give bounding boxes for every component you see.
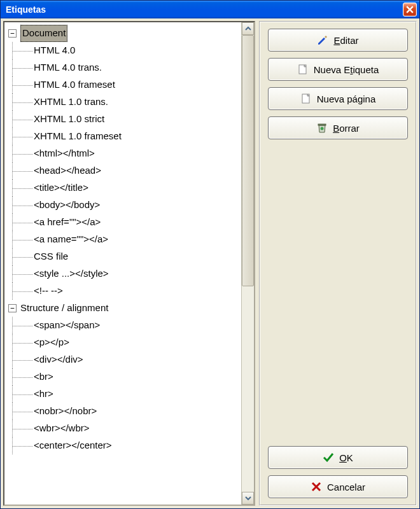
tree-connector xyxy=(8,437,34,454)
scroll-track[interactable] xyxy=(242,35,254,492)
svg-rect-2 xyxy=(318,124,326,125)
tree-connector xyxy=(8,145,34,162)
tree-connector xyxy=(8,282,34,300)
scrollbar[interactable] xyxy=(241,22,254,505)
tree-view[interactable]: −DocumentHTML 4.0HTML 4.0 trans.HTML 4.0… xyxy=(4,22,241,505)
tree-child-node[interactable]: XHTML 1.0 trans. xyxy=(8,94,240,111)
tree-child-node[interactable]: HTML 4.0 trans. xyxy=(8,59,240,76)
tree-node-label[interactable]: <!-- --> xyxy=(34,283,63,299)
tree-child-node[interactable]: CSS file xyxy=(8,248,240,265)
new-page-button[interactable]: Nueva página xyxy=(268,87,408,110)
tree-node-label[interactable]: <a name=""></a> xyxy=(34,232,108,248)
dialog-body: −DocumentHTML 4.0HTML 4.0 trans.HTML 4.0… xyxy=(1,18,419,508)
tree-child-node[interactable]: <a name=""></a> xyxy=(8,231,240,248)
tree-node-label[interactable]: <title></title> xyxy=(34,180,88,196)
trash-icon xyxy=(316,122,328,134)
tree-node-label[interactable]: <center></center> xyxy=(34,438,112,454)
tree-child-node[interactable]: <span></span> xyxy=(8,317,240,334)
tree-child-node[interactable]: <body></body> xyxy=(8,197,240,214)
tree-node-label[interactable]: <div></div> xyxy=(34,352,83,368)
tree-node-label[interactable]: <nobr></nobr> xyxy=(34,403,97,419)
tree-connector xyxy=(8,317,34,334)
cancel-label: Cancelar xyxy=(327,482,365,492)
tree-node-label[interactable]: <a href=""></a> xyxy=(34,214,101,230)
titlebar[interactable]: Etiquetas xyxy=(1,1,419,18)
tree-child-node[interactable]: <style ...></style> xyxy=(8,265,240,282)
tree-parent-node[interactable]: −Structure / alignment xyxy=(8,300,240,317)
delete-button[interactable]: Borrar xyxy=(268,116,408,139)
tree-node-label[interactable]: Structure / alignment xyxy=(20,300,108,316)
close-button[interactable] xyxy=(403,3,417,17)
close-icon xyxy=(406,6,414,13)
tree-child-node[interactable]: <p></p> xyxy=(8,334,240,351)
scroll-down-button[interactable] xyxy=(242,492,254,505)
tree-panel: −DocumentHTML 4.0HTML 4.0 trans.HTML 4.0… xyxy=(3,21,255,506)
tree-child-node[interactable]: <nobr></nobr> xyxy=(8,403,240,420)
new-document-icon xyxy=(297,64,309,75)
tree-node-label[interactable]: Document xyxy=(20,25,67,42)
tree-child-node[interactable]: <html></html> xyxy=(8,145,240,162)
tree-child-node[interactable]: <wbr></wbr> xyxy=(8,420,240,437)
tree-connector xyxy=(8,351,34,368)
tree-child-node[interactable]: <hr> xyxy=(8,386,240,403)
tree-connector xyxy=(8,403,34,420)
cancel-button[interactable]: Cancelar xyxy=(268,475,408,498)
tree-child-node[interactable]: <br> xyxy=(8,368,240,386)
chevron-up-icon xyxy=(245,25,251,32)
tree-child-node[interactable]: <a href=""></a> xyxy=(8,214,240,231)
tree-connector xyxy=(8,214,34,231)
tree-connector xyxy=(8,111,34,128)
new-page-icon xyxy=(300,93,312,104)
tree-child-node[interactable]: <div></div> xyxy=(8,351,240,368)
ok-button[interactable]: OK xyxy=(268,446,408,469)
tree-child-node[interactable]: <!-- --> xyxy=(8,282,240,300)
tree-child-node[interactable]: <title></title> xyxy=(8,179,240,197)
tree-node-label[interactable]: HTML 4.0 xyxy=(34,43,75,59)
scroll-up-button[interactable] xyxy=(242,22,254,35)
tree-connector xyxy=(8,231,34,248)
tree-node-label[interactable]: XHTML 1.0 strict xyxy=(34,111,104,127)
tree-node-label[interactable]: <p></p> xyxy=(34,335,69,351)
scroll-thumb[interactable] xyxy=(242,35,254,286)
tree-child-node[interactable]: <center></center> xyxy=(8,437,240,454)
svg-point-3 xyxy=(321,127,324,130)
tree-connector xyxy=(8,42,34,59)
tree-connector xyxy=(8,59,34,76)
tree-toggle[interactable]: − xyxy=(8,304,17,312)
tree-child-node[interactable]: XHTML 1.0 frameset xyxy=(8,128,240,145)
new-tag-button[interactable]: Nueva Etiqueta xyxy=(268,58,408,81)
tree-node-label[interactable]: <head></head> xyxy=(34,163,101,179)
tree-connector xyxy=(8,128,34,145)
edit-button[interactable]: Editar xyxy=(268,29,408,52)
tree-connector xyxy=(8,420,34,437)
tree-node-label[interactable]: <span></span> xyxy=(34,317,100,333)
tree-connector xyxy=(8,265,34,282)
tree-child-node[interactable]: XHTML 1.0 strict xyxy=(8,111,240,128)
tree-node-label[interactable]: XHTML 1.0 frameset xyxy=(34,129,122,144)
tree-node-label[interactable]: <body></body> xyxy=(34,197,100,213)
tree-node-label[interactable]: <html></html> xyxy=(34,146,95,162)
tree-connector xyxy=(8,162,34,179)
tree-connector xyxy=(8,386,34,403)
tree-connector xyxy=(8,94,34,111)
tree-child-node[interactable]: <head></head> xyxy=(8,162,240,179)
tree-node-label[interactable]: CSS file xyxy=(34,249,68,265)
tree-node-label[interactable]: XHTML 1.0 trans. xyxy=(34,94,108,110)
tree-node-label[interactable]: HTML 4.0 trans. xyxy=(34,60,102,76)
side-panel: Editar Nueva Etiqueta Nueva página Borra… xyxy=(259,21,417,506)
check-icon xyxy=(323,452,334,463)
tree-toggle[interactable]: − xyxy=(8,29,17,38)
tree-node-label[interactable]: <hr> xyxy=(34,386,53,402)
tree-parent-node[interactable]: −Document xyxy=(8,25,240,42)
tree-node-label[interactable]: <style ...></style> xyxy=(34,266,109,282)
pencil-icon xyxy=(317,34,328,46)
tree-connector xyxy=(8,334,34,351)
tree-node-label[interactable]: HTML 4.0 frameset xyxy=(34,77,115,93)
tree-child-node[interactable]: HTML 4.0 xyxy=(8,42,240,59)
tree-node-label[interactable]: <wbr></wbr> xyxy=(34,421,90,436)
tree-node-label[interactable]: <br> xyxy=(34,369,53,385)
tree-child-node[interactable]: HTML 4.0 frameset xyxy=(8,76,240,94)
x-icon xyxy=(311,481,322,492)
tree-connector xyxy=(8,197,34,214)
dialog-window: Etiquetas −DocumentHTML 4.0HTML 4.0 tran… xyxy=(0,0,420,509)
